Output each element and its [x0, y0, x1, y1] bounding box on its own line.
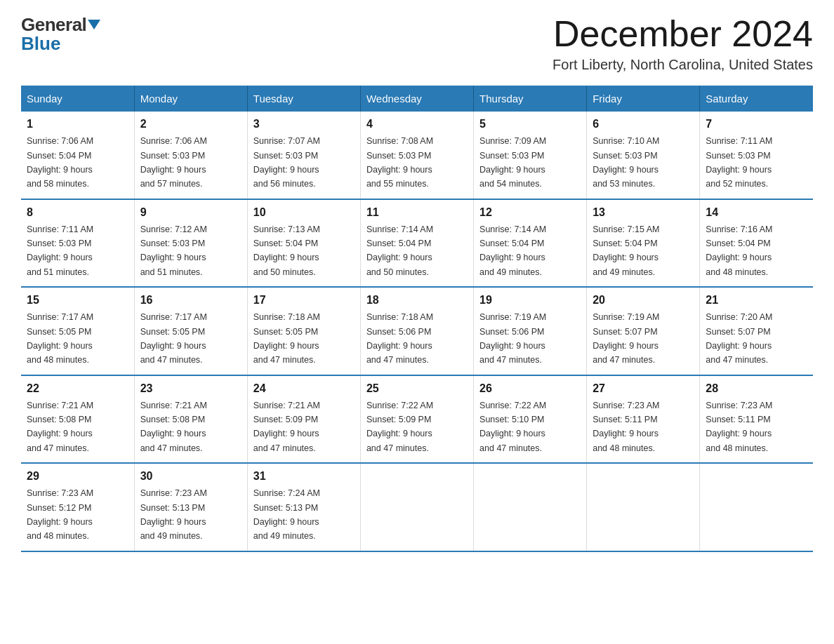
- table-row: 24 Sunrise: 7:21 AMSunset: 5:09 PMDaylig…: [247, 375, 360, 464]
- table-row: [360, 463, 473, 551]
- table-row: 19 Sunrise: 7:19 AMSunset: 5:06 PMDaylig…: [474, 287, 587, 375]
- table-row: [700, 463, 813, 551]
- day-number: 9: [140, 204, 241, 221]
- logo: General Blue: [21, 14, 100, 55]
- table-row: 1 Sunrise: 7:06 AMSunset: 5:04 PMDayligh…: [21, 112, 134, 199]
- day-number: 21: [706, 292, 807, 309]
- day-number: 2: [140, 116, 241, 133]
- day-number: 4: [366, 116, 468, 133]
- title-section: December 2024 Fort Liberty, North Caroli…: [552, 14, 813, 73]
- calendar-week-row: 29 Sunrise: 7:23 AMSunset: 5:12 PMDaylig…: [21, 463, 813, 551]
- day-number: 10: [253, 204, 355, 221]
- day-info: Sunrise: 7:19 AMSunset: 5:07 PMDaylight:…: [593, 312, 659, 365]
- day-info: Sunrise: 7:22 AMSunset: 5:10 PMDaylight:…: [479, 401, 546, 453]
- table-row: 31 Sunrise: 7:24 AMSunset: 5:13 PMDaylig…: [247, 463, 360, 551]
- calendar-body: 1 Sunrise: 7:06 AMSunset: 5:04 PMDayligh…: [21, 112, 813, 551]
- logo-blue-text: Blue: [21, 33, 60, 55]
- day-number: 8: [27, 204, 128, 221]
- day-number: 19: [479, 292, 581, 309]
- table-row: 12 Sunrise: 7:14 AMSunset: 5:04 PMDaylig…: [474, 199, 587, 288]
- day-number: 18: [366, 292, 468, 309]
- day-info: Sunrise: 7:09 AMSunset: 5:03 PMDaylight:…: [479, 136, 546, 189]
- day-number: 31: [253, 468, 355, 485]
- table-row: 17 Sunrise: 7:18 AMSunset: 5:05 PMDaylig…: [247, 287, 360, 375]
- day-number: 27: [593, 380, 694, 397]
- table-row: [587, 463, 700, 551]
- day-info: Sunrise: 7:06 AMSunset: 5:03 PMDaylight:…: [140, 136, 207, 189]
- day-number: 22: [27, 380, 128, 397]
- table-row: 3 Sunrise: 7:07 AMSunset: 5:03 PMDayligh…: [247, 112, 360, 199]
- table-row: 4 Sunrise: 7:08 AMSunset: 5:03 PMDayligh…: [360, 112, 473, 199]
- day-info: Sunrise: 7:21 AMSunset: 5:09 PMDaylight:…: [253, 401, 320, 453]
- day-info: Sunrise: 7:23 AMSunset: 5:11 PMDaylight:…: [593, 401, 659, 453]
- table-row: 28 Sunrise: 7:23 AMSunset: 5:11 PMDaylig…: [700, 375, 813, 464]
- table-row: 22 Sunrise: 7:21 AMSunset: 5:08 PMDaylig…: [21, 375, 134, 464]
- day-number: 6: [593, 116, 694, 133]
- table-row: 10 Sunrise: 7:13 AMSunset: 5:04 PMDaylig…: [247, 199, 360, 288]
- table-row: 11 Sunrise: 7:14 AMSunset: 5:04 PMDaylig…: [360, 199, 473, 288]
- day-number: 3: [253, 116, 355, 133]
- table-row: 6 Sunrise: 7:10 AMSunset: 5:03 PMDayligh…: [587, 112, 700, 199]
- day-info: Sunrise: 7:20 AMSunset: 5:07 PMDaylight:…: [706, 312, 772, 365]
- logo-general-word: General: [21, 14, 86, 35]
- table-row: 8 Sunrise: 7:11 AMSunset: 5:03 PMDayligh…: [21, 199, 134, 288]
- day-number: 14: [706, 204, 807, 221]
- day-info: Sunrise: 7:19 AMSunset: 5:06 PMDaylight:…: [479, 312, 546, 365]
- calendar-week-row: 8 Sunrise: 7:11 AMSunset: 5:03 PMDayligh…: [21, 199, 813, 288]
- header-thursday: Thursday: [474, 86, 587, 112]
- day-info: Sunrise: 7:24 AMSunset: 5:13 PMDaylight:…: [253, 488, 320, 541]
- table-row: 9 Sunrise: 7:12 AMSunset: 5:03 PMDayligh…: [134, 199, 247, 288]
- calendar-week-row: 22 Sunrise: 7:21 AMSunset: 5:08 PMDaylig…: [21, 375, 813, 464]
- day-info: Sunrise: 7:15 AMSunset: 5:04 PMDaylight:…: [593, 224, 659, 277]
- table-row: 21 Sunrise: 7:20 AMSunset: 5:07 PMDaylig…: [700, 287, 813, 375]
- table-row: 27 Sunrise: 7:23 AMSunset: 5:11 PMDaylig…: [587, 375, 700, 464]
- logo-triangle-icon: [88, 20, 100, 29]
- day-info: Sunrise: 7:21 AMSunset: 5:08 PMDaylight:…: [140, 401, 207, 453]
- day-number: 24: [253, 380, 355, 397]
- day-info: Sunrise: 7:23 AMSunset: 5:12 PMDaylight:…: [27, 488, 93, 541]
- day-info: Sunrise: 7:18 AMSunset: 5:06 PMDaylight:…: [366, 312, 433, 365]
- table-row: 26 Sunrise: 7:22 AMSunset: 5:10 PMDaylig…: [474, 375, 587, 464]
- day-info: Sunrise: 7:14 AMSunset: 5:04 PMDaylight:…: [479, 224, 546, 277]
- day-number: 12: [479, 204, 581, 221]
- location-subtitle: Fort Liberty, North Carolina, United Sta…: [552, 57, 813, 73]
- header-monday: Monday: [134, 86, 247, 112]
- day-number: 28: [706, 380, 807, 397]
- calendar-table: Sunday Monday Tuesday Wednesday Thursday…: [21, 86, 813, 552]
- day-info: Sunrise: 7:08 AMSunset: 5:03 PMDaylight:…: [366, 136, 433, 189]
- day-number: 29: [27, 468, 128, 485]
- day-number: 7: [706, 116, 807, 133]
- day-info: Sunrise: 7:23 AMSunset: 5:11 PMDaylight:…: [706, 401, 772, 453]
- header-friday: Friday: [587, 86, 700, 112]
- table-row: 23 Sunrise: 7:21 AMSunset: 5:08 PMDaylig…: [134, 375, 247, 464]
- calendar-header: Sunday Monday Tuesday Wednesday Thursday…: [21, 86, 813, 112]
- header-wednesday: Wednesday: [360, 86, 473, 112]
- day-number: 13: [593, 204, 694, 221]
- table-row: 5 Sunrise: 7:09 AMSunset: 5:03 PMDayligh…: [474, 112, 587, 199]
- day-info: Sunrise: 7:14 AMSunset: 5:04 PMDaylight:…: [366, 224, 433, 277]
- day-number: 16: [140, 292, 241, 309]
- day-info: Sunrise: 7:11 AMSunset: 5:03 PMDaylight:…: [27, 224, 93, 277]
- table-row: 25 Sunrise: 7:22 AMSunset: 5:09 PMDaylig…: [360, 375, 473, 464]
- table-row: [474, 463, 587, 551]
- day-info: Sunrise: 7:12 AMSunset: 5:03 PMDaylight:…: [140, 224, 207, 277]
- day-info: Sunrise: 7:17 AMSunset: 5:05 PMDaylight:…: [140, 312, 207, 365]
- day-number: 15: [27, 292, 128, 309]
- day-number: 20: [593, 292, 694, 309]
- day-info: Sunrise: 7:18 AMSunset: 5:05 PMDaylight:…: [253, 312, 320, 365]
- day-info: Sunrise: 7:06 AMSunset: 5:04 PMDaylight:…: [27, 136, 93, 189]
- table-row: 2 Sunrise: 7:06 AMSunset: 5:03 PMDayligh…: [134, 112, 247, 199]
- day-number: 17: [253, 292, 355, 309]
- day-info: Sunrise: 7:23 AMSunset: 5:13 PMDaylight:…: [140, 488, 207, 541]
- day-info: Sunrise: 7:21 AMSunset: 5:08 PMDaylight:…: [27, 401, 93, 453]
- day-number: 30: [140, 468, 241, 485]
- table-row: 18 Sunrise: 7:18 AMSunset: 5:06 PMDaylig…: [360, 287, 473, 375]
- day-info: Sunrise: 7:17 AMSunset: 5:05 PMDaylight:…: [27, 312, 93, 365]
- header-sunday: Sunday: [21, 86, 134, 112]
- table-row: 15 Sunrise: 7:17 AMSunset: 5:05 PMDaylig…: [21, 287, 134, 375]
- day-number: 23: [140, 380, 241, 397]
- calendar-week-row: 15 Sunrise: 7:17 AMSunset: 5:05 PMDaylig…: [21, 287, 813, 375]
- day-info: Sunrise: 7:07 AMSunset: 5:03 PMDaylight:…: [253, 136, 320, 189]
- table-row: 14 Sunrise: 7:16 AMSunset: 5:04 PMDaylig…: [700, 199, 813, 288]
- day-info: Sunrise: 7:16 AMSunset: 5:04 PMDaylight:…: [706, 224, 772, 277]
